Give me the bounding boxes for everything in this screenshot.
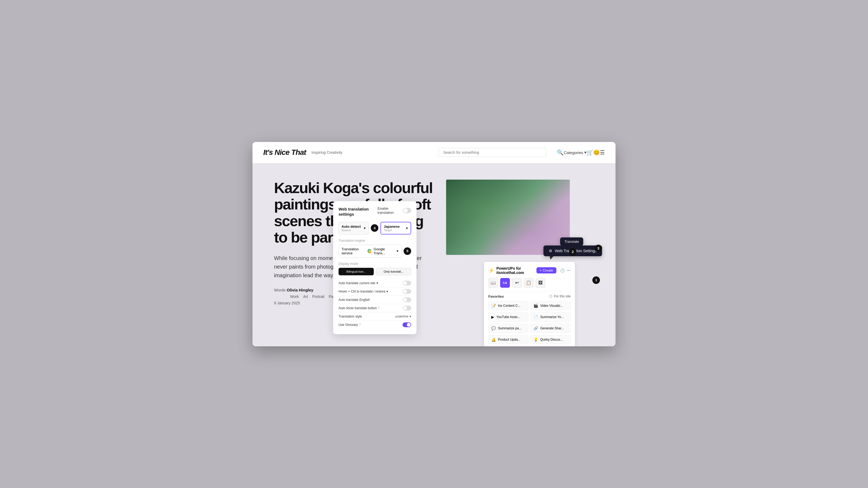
- favorites-label: Favorites: [488, 295, 504, 299]
- fav-icon-7: 💡: [533, 337, 538, 342]
- glossary-label: Use Glossary ?: [339, 323, 361, 327]
- auto-translate-row: Auto translate current site ▾: [339, 279, 411, 287]
- only-translation-btn[interactable]: Only translati...: [376, 268, 411, 275]
- glossary-toggle[interactable]: [403, 323, 411, 327]
- target-value: Japanese: [384, 224, 400, 228]
- more-icon[interactable]: ⋯: [567, 268, 570, 273]
- target-lang-select[interactable]: Japanese Target ▾: [380, 222, 411, 235]
- toolbar-translate-btn[interactable]: CA: [500, 278, 510, 288]
- translation-modal: Web translation settings Enable translat…: [333, 201, 416, 334]
- step4-badge: 4: [371, 224, 378, 232]
- powerups-icon: ⚡: [488, 268, 494, 273]
- hover-ctrl-toggle[interactable]: [403, 289, 411, 294]
- auto-show-label: Auto show translate button ?: [339, 306, 380, 310]
- translate-tooltip: Translate: [560, 237, 583, 246]
- search-input[interactable]: [439, 148, 546, 157]
- favorites-grid: 📝 Ins Content C... 🎬 Video Visualiz... ▶…: [488, 301, 570, 344]
- create-button[interactable]: + Create: [536, 267, 556, 273]
- nav-tagline: Inspiring Creativity: [311, 150, 342, 155]
- categories-label: Categories: [564, 150, 583, 155]
- right-section: ⚡ PowerUPs for itsnicethat.com + Create …: [446, 180, 575, 305]
- cart-icon[interactable]: 🛒: [586, 149, 593, 156]
- fav-label-3: Summarize Yo...: [540, 315, 564, 319]
- author-name[interactable]: Olivia Hingley: [287, 288, 313, 292]
- help-icon: ?: [378, 306, 380, 310]
- service-label: Translation service: [341, 247, 368, 255]
- hover-ctrl-row: Hover + Ctrl to translate / restore ▾: [339, 287, 411, 296]
- powerups-title: PowerUPs for itsnicethat.com: [496, 266, 534, 275]
- powerups-panel: ⚡ PowerUPs for itsnicethat.com + Create …: [484, 262, 575, 346]
- chevron-engine-icon: ▾: [397, 249, 399, 253]
- fav-item-2[interactable]: ▶ YouTube Assis...: [488, 312, 528, 322]
- fav-item-1[interactable]: 🎬 Video Visualiz...: [530, 301, 570, 310]
- style-value-select[interactable]: underline ▾: [395, 314, 411, 318]
- words-label: Words: [274, 288, 285, 292]
- chevron-hover-icon: ▾: [386, 289, 388, 293]
- tag-art[interactable]: Art: [303, 295, 308, 299]
- for-site-label: For this site: [554, 295, 570, 298]
- auto-english-label: Auto translate English: [339, 298, 370, 302]
- settings-gear-icon: ⚙: [549, 249, 552, 253]
- chevron-down-icon: ▾: [584, 150, 586, 155]
- engine-section-label: Translation engine: [339, 239, 411, 243]
- engine-row: Translation service G Google Trans... ▾ …: [339, 245, 411, 257]
- source-lang-select[interactable]: Auto detect Source ▾: [339, 222, 369, 235]
- tag-work[interactable]: Work: [290, 295, 299, 299]
- engine-inner: Translation service: [341, 247, 368, 255]
- toolbar-back-btn[interactable]: ↩: [512, 278, 522, 288]
- fav-item-0[interactable]: 📝 Ins Content C...: [488, 301, 528, 310]
- modal-title: Web translation settings: [339, 207, 377, 217]
- site-logo[interactable]: It's Nice That: [263, 148, 306, 157]
- toolbar-image-btn[interactable]: 🖼: [536, 278, 545, 288]
- auto-show-toggle[interactable]: [403, 306, 411, 310]
- fav-label-0: Ins Content C...: [498, 304, 520, 308]
- source-label: Source: [341, 228, 361, 232]
- step-badge-1: 1: [592, 276, 600, 284]
- auto-show-row: Auto show translate button ?: [339, 304, 411, 312]
- fav-icon-4: 💬: [491, 326, 496, 330]
- auto-english-toggle[interactable]: [403, 297, 411, 302]
- engine-select[interactable]: Translation service G Google Trans... ▾: [339, 245, 401, 257]
- fav-item-3[interactable]: 📄 Summarize Yo...: [530, 312, 570, 322]
- toolbar-copy-btn[interactable]: 📋: [524, 278, 533, 288]
- fav-icon-6: 🔔: [491, 337, 496, 342]
- navigation: It's Nice That Inspiring Creativity 🔍 Ca…: [252, 142, 616, 163]
- fav-label-6: Product Upda...: [498, 338, 520, 341]
- google-icon: G: [368, 249, 371, 253]
- powerups-toolbar: 📖 CA ↩ 📋 🖼: [488, 278, 570, 291]
- source-value: Auto detect: [341, 224, 361, 228]
- style-row: Translation style underline ▾: [339, 312, 411, 321]
- chevron-source-icon: ▾: [364, 226, 366, 230]
- bilingual-btn[interactable]: Bilingual tran...: [339, 268, 374, 275]
- fav-item-4[interactable]: 💬 Summarize pa...: [488, 324, 528, 333]
- fav-label-5: Generate Shar...: [540, 327, 564, 330]
- fav-icon-1: 🎬: [533, 304, 538, 308]
- engine-value-area: G Google Trans... ▾: [368, 247, 399, 255]
- fav-item-7[interactable]: 💡 Quirky Discus...: [530, 335, 570, 344]
- fav-item-6[interactable]: 🔔 Product Upda...: [488, 335, 528, 344]
- fav-item-5[interactable]: 🔗 Generate Shar...: [530, 324, 570, 333]
- search-container: [439, 148, 546, 157]
- face-icon[interactable]: 😊: [593, 149, 600, 156]
- image-overlay: [446, 180, 570, 255]
- glossary-help-icon: ?: [359, 323, 361, 327]
- menu-icon[interactable]: ☰: [600, 149, 605, 156]
- lang-row: Auto detect Source ▾ 4 Japanese Target ▾: [339, 222, 411, 235]
- fav-icon-0: 📝: [491, 304, 496, 308]
- auto-translate-label: Auto translate current site ▾: [339, 281, 378, 285]
- search-icon[interactable]: 🔍: [557, 149, 564, 156]
- auto-translate-toggle[interactable]: [403, 281, 411, 285]
- powerups-header: ⚡ PowerUPs for itsnicethat.com + Create …: [488, 266, 570, 275]
- fav-icon-5: 🔗: [533, 326, 538, 330]
- toolbar-book-btn[interactable]: 📖: [488, 278, 498, 288]
- hover-ctrl-label: Hover + Ctrl to translate / restore ▾: [339, 289, 388, 293]
- engine-value: Google Trans...: [373, 247, 395, 255]
- for-this-site[interactable]: ☐ For this site: [549, 295, 570, 298]
- tag-portrait[interactable]: Portrait: [312, 295, 324, 299]
- browser-window: It's Nice That Inspiring Creativity 🔍 Ca…: [252, 142, 616, 346]
- categories-dropdown[interactable]: Categories ▾: [564, 150, 586, 155]
- history-icon[interactable]: 🕐: [560, 268, 565, 273]
- translate-tooltip-text: Translate: [564, 240, 579, 244]
- enable-toggle[interactable]: [403, 208, 411, 213]
- modal-header: Web translation settings Enable translat…: [339, 207, 411, 217]
